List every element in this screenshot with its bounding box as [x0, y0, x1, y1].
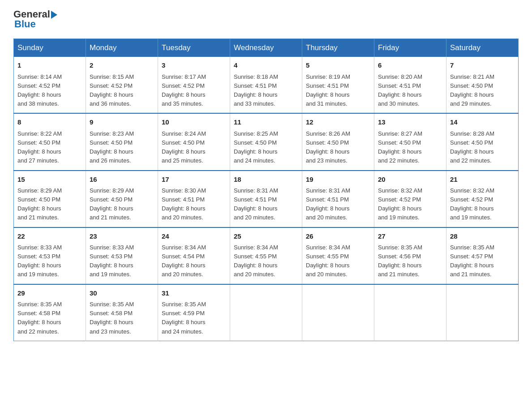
day-number: 19: [306, 175, 370, 185]
day-number: 23: [90, 231, 154, 242]
calendar-day-20: 20 Sunrise: 8:32 AMSunset: 4:52 PMDaylig…: [374, 171, 446, 227]
day-info: Sunrise: 8:22 AMSunset: 4:50 PMDaylight:…: [17, 130, 62, 164]
day-number: 22: [17, 231, 82, 242]
day-info: Sunrise: 8:33 AMSunset: 4:53 PMDaylight:…: [17, 244, 62, 278]
day-info: Sunrise: 8:34 AMSunset: 4:55 PMDaylight:…: [234, 244, 278, 278]
day-info: Sunrise: 8:18 AMSunset: 4:51 PMDaylight:…: [234, 73, 278, 107]
day-number: 7: [450, 60, 515, 71]
calendar-day-26: 26 Sunrise: 8:34 AMSunset: 4:55 PMDaylig…: [302, 227, 374, 284]
day-number: 14: [450, 117, 515, 128]
day-info: Sunrise: 8:15 AMSunset: 4:52 PMDaylight:…: [90, 73, 134, 107]
calendar-day-7: 7 Sunrise: 8:21 AMSunset: 4:50 PMDayligh…: [446, 57, 519, 113]
calendar-day-5: 5 Sunrise: 8:19 AMSunset: 4:51 PMDayligh…: [302, 57, 374, 113]
calendar-day-16: 16 Sunrise: 8:29 AMSunset: 4:50 PMDaylig…: [86, 171, 158, 227]
day-number: 11: [234, 117, 298, 128]
calendar-day-31: 31 Sunrise: 8:35 AMSunset: 4:59 PMDaylig…: [158, 284, 230, 341]
calendar-day-21: 21 Sunrise: 8:32 AMSunset: 4:52 PMDaylig…: [446, 171, 519, 227]
day-number: 20: [378, 175, 442, 185]
day-info: Sunrise: 8:35 AMSunset: 4:58 PMDaylight:…: [17, 301, 62, 334]
day-info: Sunrise: 8:29 AMSunset: 4:50 PMDaylight:…: [17, 187, 62, 221]
day-number: 26: [306, 231, 370, 242]
calendar-day-10: 10 Sunrise: 8:24 AMSunset: 4:50 PMDaylig…: [158, 113, 230, 170]
day-number: 15: [17, 175, 82, 185]
day-number: 16: [90, 175, 154, 185]
calendar-day-23: 23 Sunrise: 8:33 AMSunset: 4:53 PMDaylig…: [86, 227, 158, 284]
day-info: Sunrise: 8:35 AMSunset: 4:58 PMDaylight:…: [90, 301, 134, 334]
calendar-day-12: 12 Sunrise: 8:26 AMSunset: 4:50 PMDaylig…: [302, 113, 374, 170]
day-info: Sunrise: 8:35 AMSunset: 4:57 PMDaylight:…: [450, 244, 494, 278]
day-info: Sunrise: 8:34 AMSunset: 4:54 PMDaylight:…: [162, 244, 206, 278]
calendar-day-25: 25 Sunrise: 8:34 AMSunset: 4:55 PMDaylig…: [230, 227, 302, 284]
day-number: 17: [162, 175, 226, 185]
calendar-day-30: 30 Sunrise: 8:35 AMSunset: 4:58 PMDaylig…: [86, 284, 158, 341]
day-number: 31: [162, 288, 226, 299]
day-number: 2: [90, 60, 154, 71]
calendar-day-9: 9 Sunrise: 8:23 AMSunset: 4:50 PMDayligh…: [86, 113, 158, 170]
calendar-day-18: 18 Sunrise: 8:31 AMSunset: 4:51 PMDaylig…: [230, 171, 302, 227]
calendar-day-4: 4 Sunrise: 8:18 AMSunset: 4:51 PMDayligh…: [230, 57, 302, 113]
calendar-day-15: 15 Sunrise: 8:29 AMSunset: 4:50 PMDaylig…: [14, 171, 86, 227]
page-header: General Blue: [13, 9, 519, 30]
day-info: Sunrise: 8:31 AMSunset: 4:51 PMDaylight:…: [306, 187, 350, 221]
empty-cell: [446, 284, 519, 341]
day-info: Sunrise: 8:19 AMSunset: 4:51 PMDaylight:…: [306, 73, 350, 107]
weekday-header-friday: Friday: [374, 39, 446, 57]
calendar-day-3: 3 Sunrise: 8:17 AMSunset: 4:52 PMDayligh…: [158, 57, 230, 113]
calendar-table: SundayMondayTuesdayWednesdayThursdayFrid…: [13, 39, 519, 341]
day-number: 28: [450, 231, 515, 242]
calendar-week-5: 29 Sunrise: 8:35 AMSunset: 4:58 PMDaylig…: [14, 284, 519, 341]
logo: General Blue: [13, 9, 57, 30]
weekday-header-thursday: Thursday: [302, 39, 374, 57]
day-number: 1: [17, 60, 82, 71]
day-info: Sunrise: 8:29 AMSunset: 4:50 PMDaylight:…: [90, 187, 134, 221]
calendar-day-13: 13 Sunrise: 8:27 AMSunset: 4:50 PMDaylig…: [374, 113, 446, 170]
day-number: 30: [90, 288, 154, 299]
empty-cell: [302, 284, 374, 341]
weekday-header-sunday: Sunday: [14, 39, 86, 57]
calendar-week-2: 8 Sunrise: 8:22 AMSunset: 4:50 PMDayligh…: [14, 113, 519, 170]
logo-arrow-icon: [51, 11, 57, 19]
calendar-day-6: 6 Sunrise: 8:20 AMSunset: 4:51 PMDayligh…: [374, 57, 446, 113]
day-number: 18: [234, 175, 298, 185]
day-number: 27: [378, 231, 442, 242]
day-number: 21: [450, 175, 515, 185]
day-info: Sunrise: 8:32 AMSunset: 4:52 PMDaylight:…: [450, 187, 494, 221]
day-info: Sunrise: 8:24 AMSunset: 4:50 PMDaylight:…: [162, 130, 206, 164]
day-number: 8: [17, 117, 82, 128]
weekday-header-tuesday: Tuesday: [158, 39, 230, 57]
empty-cell: [374, 284, 446, 341]
weekday-header-saturday: Saturday: [446, 39, 519, 57]
calendar-day-11: 11 Sunrise: 8:25 AMSunset: 4:50 PMDaylig…: [230, 113, 302, 170]
calendar-day-22: 22 Sunrise: 8:33 AMSunset: 4:53 PMDaylig…: [14, 227, 86, 284]
calendar-day-19: 19 Sunrise: 8:31 AMSunset: 4:51 PMDaylig…: [302, 171, 374, 227]
day-number: 25: [234, 231, 298, 242]
calendar-day-1: 1 Sunrise: 8:14 AMSunset: 4:52 PMDayligh…: [14, 57, 86, 113]
day-info: Sunrise: 8:20 AMSunset: 4:51 PMDaylight:…: [378, 73, 422, 107]
calendar-day-29: 29 Sunrise: 8:35 AMSunset: 4:58 PMDaylig…: [14, 284, 86, 341]
day-info: Sunrise: 8:23 AMSunset: 4:50 PMDaylight:…: [90, 130, 134, 164]
day-number: 12: [306, 117, 370, 128]
calendar-day-14: 14 Sunrise: 8:28 AMSunset: 4:50 PMDaylig…: [446, 113, 519, 170]
calendar-day-17: 17 Sunrise: 8:30 AMSunset: 4:51 PMDaylig…: [158, 171, 230, 227]
day-info: Sunrise: 8:21 AMSunset: 4:50 PMDaylight:…: [450, 73, 494, 107]
empty-cell: [230, 284, 302, 341]
day-info: Sunrise: 8:35 AMSunset: 4:59 PMDaylight:…: [162, 301, 206, 334]
day-info: Sunrise: 8:26 AMSunset: 4:50 PMDaylight:…: [306, 130, 350, 164]
calendar-day-24: 24 Sunrise: 8:34 AMSunset: 4:54 PMDaylig…: [158, 227, 230, 284]
day-info: Sunrise: 8:17 AMSunset: 4:52 PMDaylight:…: [162, 73, 206, 107]
calendar-day-28: 28 Sunrise: 8:35 AMSunset: 4:57 PMDaylig…: [446, 227, 519, 284]
day-number: 9: [90, 117, 154, 128]
calendar-day-8: 8 Sunrise: 8:22 AMSunset: 4:50 PMDayligh…: [14, 113, 86, 170]
day-info: Sunrise: 8:31 AMSunset: 4:51 PMDaylight:…: [234, 187, 278, 221]
day-info: Sunrise: 8:33 AMSunset: 4:53 PMDaylight:…: [90, 244, 134, 278]
calendar-week-1: 1 Sunrise: 8:14 AMSunset: 4:52 PMDayligh…: [14, 57, 519, 113]
day-number: 13: [378, 117, 442, 128]
day-number: 5: [306, 60, 370, 71]
weekday-header-wednesday: Wednesday: [230, 39, 302, 57]
day-info: Sunrise: 8:30 AMSunset: 4:51 PMDaylight:…: [162, 187, 206, 221]
day-info: Sunrise: 8:28 AMSunset: 4:50 PMDaylight:…: [450, 130, 494, 164]
day-number: 24: [162, 231, 226, 242]
calendar-day-2: 2 Sunrise: 8:15 AMSunset: 4:52 PMDayligh…: [86, 57, 158, 113]
day-info: Sunrise: 8:27 AMSunset: 4:50 PMDaylight:…: [378, 130, 422, 164]
day-info: Sunrise: 8:14 AMSunset: 4:52 PMDaylight:…: [17, 73, 62, 107]
